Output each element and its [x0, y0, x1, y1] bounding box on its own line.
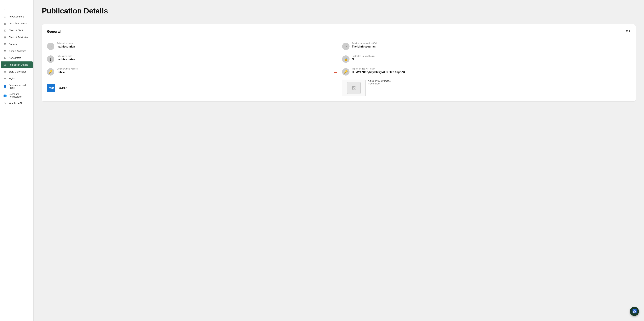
sidebar-label-styles: Styles — [9, 77, 15, 80]
field-row-protected-behind-login: 🔒Protected Behind LoginNo — [342, 55, 630, 63]
advertisement-icon: ◎ — [3, 15, 7, 18]
field-value-publication-name: mathissourian — [57, 45, 75, 48]
house-icon: ⌂ — [47, 43, 54, 50]
path-icon: ∫ — [47, 55, 54, 63]
article-preview-box: 🖼 Article Preview Image Placeholder — [342, 80, 630, 96]
field-value-publication-path: mathissourian — [57, 58, 75, 61]
sidebar-label-chatbot-cms: Chatbot CMS — [9, 29, 23, 32]
sidebar-item-weather-api[interactable]: ✳Weather API — [1, 100, 33, 107]
edit-button[interactable]: Edit — [626, 30, 630, 33]
weather-api-icon: ✳ — [3, 102, 7, 105]
sidebar-label-newsletters: Newsletters — [9, 57, 21, 59]
sidebar-label-publication-details: Publication Details — [9, 64, 28, 66]
chatbot-publication-icon: ⊞ — [3, 36, 7, 39]
field-row-publication-name-seo: ⌂Publication name for SEOThe Mathissouri… — [342, 42, 630, 50]
sidebar-label-chatbot-publication: Chatbot Publication — [9, 36, 29, 39]
field-value-import-stories-api-token: DExWAZH9zyhcyle6GgIAFCUTzKKngoZU — [352, 71, 405, 74]
page-title: Publication Details — [42, 7, 636, 15]
sidebar-item-advertisement[interactable]: ◎Advertisement — [1, 13, 33, 20]
field-content-import-stories-api-token: Import stories API tokenDExWAZH9zyhcyle6… — [352, 68, 405, 74]
fab-button[interactable]: ♿ — [630, 307, 639, 316]
key-icon: 🔑 — [342, 68, 350, 76]
sidebar-item-story-generation[interactable]: ▤Story Generation — [1, 68, 33, 75]
field-label-default-article-access: Default Article Access — [57, 68, 78, 70]
sidebar-label-advertisement: Advertisement — [9, 15, 24, 18]
sidebar-logo — [0, 0, 33, 12]
field-content-default-article-access: Default Article AccessPublic — [57, 68, 78, 74]
sidebar-item-styles[interactable]: ✏Styles — [1, 75, 33, 82]
sidebar-item-associated-press[interactable]: ▦Associated Press — [1, 20, 33, 27]
field-value-protected-behind-login: No — [352, 58, 374, 61]
associated-press-icon: ▦ — [3, 22, 7, 25]
field-row-import-stories-api-token: →🔑Import stories API tokenDExWAZH9zyhcyl… — [342, 68, 630, 76]
styles-icon: ✏ — [3, 77, 7, 80]
preview-image-placeholder: 🖼 — [347, 82, 360, 94]
lock-icon: 🔒 — [342, 55, 350, 63]
house-icon: ⌂ — [342, 43, 350, 50]
chatbot-cms-icon: ⊡ — [3, 29, 7, 32]
main-content: Publication Details General Edit ⌂Public… — [34, 0, 644, 321]
card-header: General Edit — [47, 29, 630, 34]
field-value-default-article-access: Public — [57, 71, 78, 74]
general-card: General Edit ⌂Publication namemathissour… — [42, 24, 636, 101]
fields-grid: ⌂Publication namemathissourian⌂Publicati… — [47, 42, 630, 76]
card-title: General — [47, 29, 61, 34]
google-analytics-icon: ▨ — [3, 49, 7, 53]
sidebar-label-weather-api: Weather API — [9, 102, 22, 105]
sidebar-label-users-and-permissions: Users and Permissions — [9, 93, 30, 98]
field-content-publication-path: Publication pathmathissourian — [57, 55, 75, 61]
field-row-publication-name: ⌂Publication namemathissourian — [47, 42, 336, 50]
fab-icon: ♿ — [632, 309, 637, 313]
sidebar-item-users-and-permissions[interactable]: 👥Users and Permissions — [1, 91, 33, 100]
favicon-thumb: tesi — [47, 84, 55, 92]
field-content-protected-behind-login: Protected Behind LoginNo — [352, 55, 374, 61]
newsletters-icon: ✉ — [3, 56, 7, 60]
red-arrow-icon: → — [333, 69, 338, 75]
field-row-default-article-access: 🔑Default Article AccessPublic — [47, 68, 336, 76]
article-preview-label: Article Preview Image Placeholder — [368, 80, 390, 85]
sidebar-label-domain: Domain — [9, 43, 17, 46]
sidebar-nav: ◎Advertisement▦Associated Press⊡Chatbot … — [0, 12, 33, 321]
logo-box — [4, 2, 29, 10]
sidebar-item-chatbot-cms[interactable]: ⊡Chatbot CMS — [1, 27, 33, 34]
title-divider — [42, 19, 636, 19]
sidebar-item-newsletters[interactable]: ✉Newsletters — [1, 55, 33, 61]
sidebar-label-story-generation: Story Generation — [9, 70, 26, 73]
field-label-protected-behind-login: Protected Behind Login — [352, 55, 374, 57]
field-label-publication-name: Publication name — [57, 42, 75, 45]
sidebar: ◎Advertisement▦Associated Press⊡Chatbot … — [0, 0, 34, 321]
users-and-permissions-icon: 👥 — [3, 94, 7, 97]
field-label-publication-name-seo: Publication name for SEO — [352, 42, 377, 45]
favicon-row: tesi Favicon — [47, 80, 336, 96]
preview-image-outer: 🖼 — [342, 80, 366, 96]
favicon-label: Favicon — [58, 87, 67, 90]
sidebar-item-subscribers-and-plans[interactable]: 👤Subscribers and Plans — [1, 82, 33, 91]
sidebar-item-google-analytics[interactable]: ▨Google Analytics — [1, 48, 33, 54]
image-icon: 🖼 — [352, 86, 356, 90]
sidebar-item-publication-details[interactable]: ⌂Publication Details — [1, 62, 33, 68]
card-divider — [47, 38, 630, 38]
field-label-publication-path: Publication path — [57, 55, 75, 57]
field-value-publication-name-seo: The Mathissourian — [352, 45, 377, 48]
field-content-publication-name: Publication namemathissourian — [57, 42, 75, 48]
field-label-import-stories-api-token: Import stories API token — [352, 68, 405, 70]
favicon-text: tesi — [48, 86, 54, 90]
sidebar-label-associated-press: Associated Press — [9, 22, 27, 25]
story-generation-icon: ▤ — [3, 70, 7, 73]
key-icon: 🔑 — [47, 68, 54, 76]
publication-details-icon: ⌂ — [3, 63, 7, 67]
domain-icon: ⊟ — [3, 43, 7, 46]
sidebar-label-google-analytics: Google Analytics — [9, 50, 26, 52]
sidebar-item-domain[interactable]: ⊟Domain — [1, 41, 33, 48]
sidebar-label-subscribers-and-plans: Subscribers and Plans — [9, 84, 30, 89]
favicon-section: tesi Favicon 🖼 Article Preview Image Pla… — [47, 80, 630, 96]
sidebar-item-chatbot-publication[interactable]: ⊞Chatbot Publication — [1, 34, 33, 41]
field-content-publication-name-seo: Publication name for SEOThe Mathissouria… — [352, 42, 377, 48]
field-row-publication-path: ∫Publication pathmathissourian — [47, 55, 336, 63]
subscribers-and-plans-icon: 👤 — [3, 85, 7, 88]
